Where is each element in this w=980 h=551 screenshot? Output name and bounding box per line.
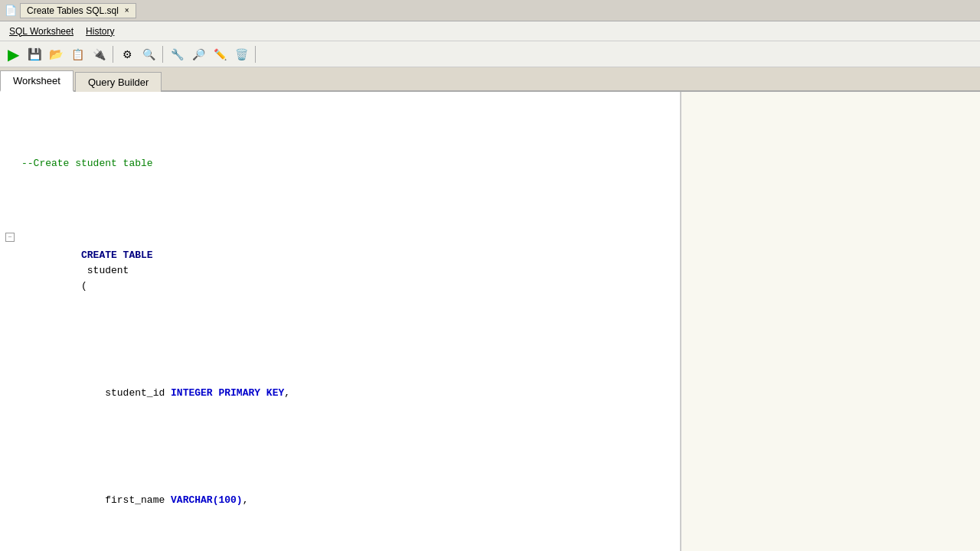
toolbar-sep-3 <box>255 46 256 63</box>
editor-main[interactable]: --Create student table − CREATE TABLE st… <box>0 92 681 551</box>
saveas-button[interactable]: 📋 <box>67 44 87 64</box>
code-line-3: student_id INTEGER PRIMARY KEY, <box>0 370 680 416</box>
highlight-button[interactable]: ✏️ <box>210 44 230 64</box>
connect-icon: 🔌 <box>93 48 106 60</box>
toolbar: ▶ 💾 📂 📋 🔌 ⚙ 🔍 🔧 🔎 ✏️ 🗑️ <box>0 41 980 67</box>
filename-label: Create Tables SQL.sql <box>27 5 119 16</box>
menu-history[interactable]: History <box>80 24 120 39</box>
tab-worksheet[interactable]: Worksheet <box>0 70 74 92</box>
search-icon: 🔎 <box>192 48 205 60</box>
code-editor[interactable]: --Create student table − CREATE TABLE st… <box>0 92 680 551</box>
run-icon: ▶ <box>8 45 19 64</box>
collapse-student[interactable]: − <box>5 233 15 242</box>
clear-button[interactable]: 🗑️ <box>231 44 251 64</box>
explain-button[interactable]: 🔍 <box>139 44 158 64</box>
title-icon: 📄 <box>5 5 17 16</box>
editor-container: --Create student table − CREATE TABLE st… <box>0 92 980 551</box>
toolbar-sep-1 <box>113 46 113 63</box>
code-line-4: first_name VARCHAR(100), <box>0 478 680 523</box>
execute-button[interactable]: ⚙ <box>117 44 137 64</box>
execute-icon: ⚙ <box>122 48 132 60</box>
tabs-row: Worksheet Query Builder <box>0 67 980 92</box>
format-icon: 🔧 <box>171 48 184 60</box>
saveas-icon: 📋 <box>71 48 84 60</box>
menu-bar: SQL Worksheet History <box>0 21 980 41</box>
run-button[interactable]: ▶ <box>3 44 23 64</box>
search-button[interactable]: 🔎 <box>188 44 208 64</box>
save-button[interactable]: 💾 <box>24 44 44 64</box>
close-button[interactable]: × <box>125 6 129 15</box>
highlight-icon: ✏️ <box>214 48 227 60</box>
explain-icon: 🔍 <box>142 48 155 60</box>
clear-icon: 🗑️ <box>235 48 248 60</box>
title-bar: 📄 Create Tables SQL.sql × <box>0 0 980 21</box>
title-tab[interactable]: Create Tables SQL.sql × <box>20 3 136 18</box>
menu-sql-worksheet[interactable]: SQL Worksheet <box>3 24 80 39</box>
code-line-2: − CREATE TABLE student ( <box>0 233 680 309</box>
editor-sidebar <box>681 92 980 551</box>
save-icon: 💾 <box>28 47 42 61</box>
open-button[interactable]: 📂 <box>46 44 66 64</box>
tab-query-builder[interactable]: Query Builder <box>75 72 162 92</box>
open-icon: 📂 <box>49 47 64 61</box>
toolbar-sep-2 <box>162 46 163 63</box>
connect-button[interactable]: 🔌 <box>89 44 109 64</box>
code-line-1: --Create student table <box>0 156 680 171</box>
format-button[interactable]: 🔧 <box>167 44 187 64</box>
